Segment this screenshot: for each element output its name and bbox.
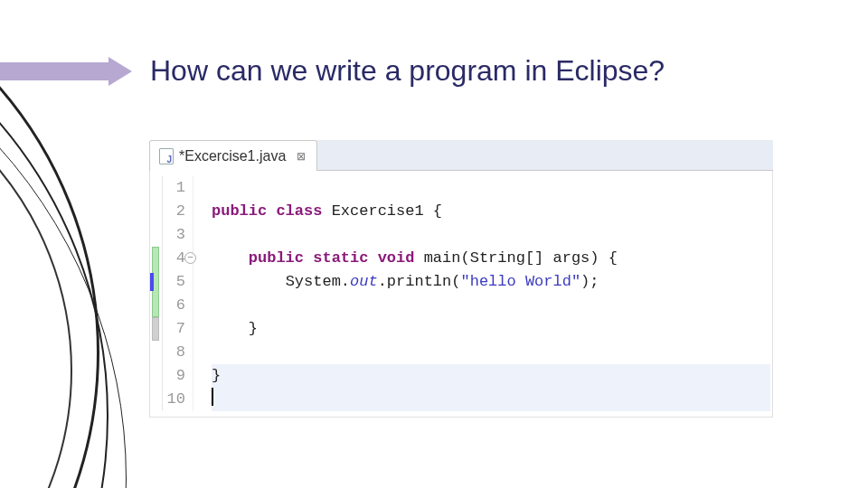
code-line xyxy=(212,223,772,247)
code-body: 1 2 3 4 − 5 6 7 8 9 10 public class Exce… xyxy=(149,171,773,418)
text-cursor xyxy=(212,388,213,406)
code-line: public class Excercise1 { xyxy=(212,200,772,223)
line-number: 4 − xyxy=(163,247,185,270)
code-line: } xyxy=(212,317,772,341)
line-number: 1 xyxy=(163,176,185,200)
code-line xyxy=(212,388,770,411)
slide-title-row: How can we write a program in Eclipse? xyxy=(0,54,665,88)
tab-bar-fill xyxy=(317,140,773,171)
code-line: System.out.println("hello World"); xyxy=(212,270,772,294)
code-area[interactable]: public class Excercise1 { public static … xyxy=(193,176,772,411)
line-number: 2 xyxy=(163,200,185,223)
java-file-icon xyxy=(159,148,174,164)
code-line xyxy=(212,294,772,317)
code-editor: *Excercise1.java ⊠ 1 2 3 4 − 5 6 7 8 9 xyxy=(149,140,773,418)
line-number: 3 xyxy=(163,223,185,247)
line-number-text: 5 xyxy=(176,273,185,290)
line-number: 6 xyxy=(163,294,185,317)
code-line xyxy=(212,176,772,200)
tab-filename: *Excercise1.java xyxy=(179,148,286,164)
editor-tab-row: *Excercise1.java ⊠ xyxy=(149,140,773,171)
code-line: } xyxy=(212,364,770,388)
title-arrow-head xyxy=(108,57,132,86)
line-number: 8 xyxy=(163,341,185,364)
current-line-marker xyxy=(150,273,154,291)
title-arrow-stem xyxy=(0,62,108,80)
slide-title: How can we write a program in Eclipse? xyxy=(150,54,665,88)
code-line xyxy=(212,341,772,364)
line-number: 5 xyxy=(163,270,185,294)
change-marker xyxy=(152,317,159,341)
close-icon[interactable]: ⊠ xyxy=(295,150,307,163)
editor-tab[interactable]: *Excercise1.java ⊠ xyxy=(149,140,317,171)
code-line: public static void main(String[] args) { xyxy=(212,247,772,270)
line-number-gutter: 1 2 3 4 − 5 6 7 8 9 10 xyxy=(163,176,193,411)
line-number: 10 xyxy=(163,388,185,411)
line-number: 9 xyxy=(163,364,185,388)
marker-column xyxy=(150,176,163,411)
line-number: 7 xyxy=(163,317,185,341)
